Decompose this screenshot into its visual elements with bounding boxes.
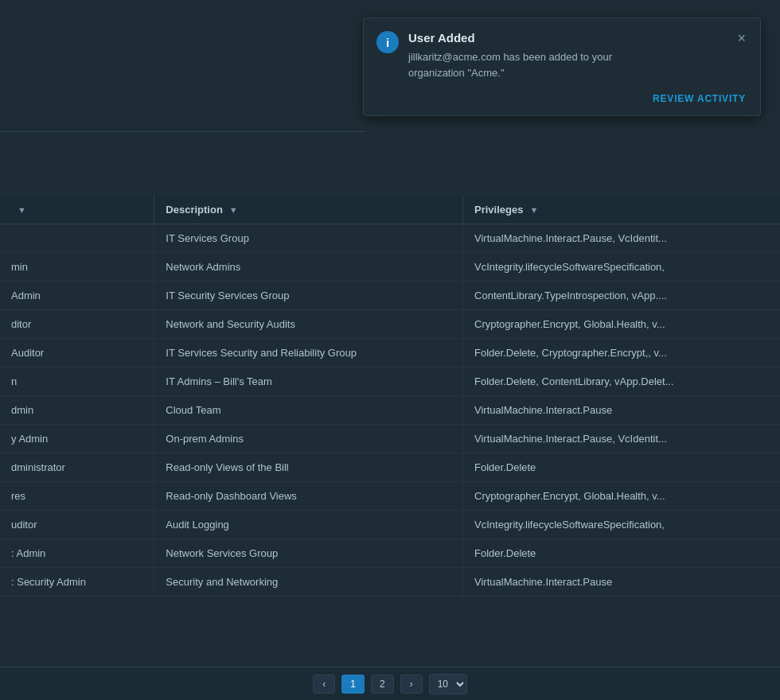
cell-privileges: VirtualMachine.Interact.Pause, VcIdentit…	[463, 425, 780, 453]
table-row[interactable]: AuditorIT Services Security and Reliabil…	[0, 339, 780, 368]
table-row[interactable]: ditorNetwork and Security AuditsCryptogr…	[0, 310, 780, 339]
roles-table: ▼ Description ▼ Privileges ▼ IT	[0, 196, 780, 597]
cell-privileges: VcIntegrity.lifecycleSoftwareSpecificati…	[463, 511, 780, 539]
table-row[interactable]: : Security AdminSecurity and NetworkingV…	[0, 568, 780, 597]
column-header-privileges[interactable]: Privileges ▼	[463, 196, 780, 224]
prev-page-button[interactable]: ‹	[313, 675, 335, 694]
cell-description: Cloud Team	[154, 396, 463, 425]
cell-description: Read-only Views of the Bill	[154, 453, 463, 482]
cell-privileges: VirtualMachine.Interact.Pause, VcIdentit…	[463, 224, 780, 253]
cell-description: IT Admins – Bill's Team	[154, 368, 463, 396]
table-row[interactable]: dministratorRead-only Views of the BillF…	[0, 453, 780, 482]
cell-description: IT Services Security and Reliability Gro…	[154, 339, 463, 368]
pagination-bar: ‹ 1 2 › 10 25 50	[0, 667, 780, 700]
cell-privileges: Folder.Delete, ContentLibrary, vApp.Dele…	[463, 368, 780, 396]
cell-privileges: VcIntegrity.lifecycleSoftwareSpecificati…	[463, 253, 780, 282]
divider	[0, 131, 366, 132]
table-row[interactable]: dminCloud TeamVirtualMachine.Interact.Pa…	[0, 396, 780, 425]
cell-name: ditor	[0, 310, 154, 339]
column-header-description[interactable]: Description ▼	[154, 196, 463, 224]
toast-content: User Added jillkaritz@acme.com has been …	[408, 31, 721, 80]
cell-description: Audit Logging	[154, 511, 463, 539]
cell-name: n	[0, 368, 154, 396]
filter-icon-name[interactable]: ▼	[18, 205, 26, 215]
cell-description: Network Services Group	[154, 539, 463, 568]
roles-table-container: ▼ Description ▼ Privileges ▼ IT	[0, 196, 780, 700]
cell-name: dministrator	[0, 453, 154, 482]
cell-name: : Security Admin	[0, 568, 154, 597]
user-added-toast: i User Added jillkaritz@acme.com has bee…	[363, 18, 761, 116]
cell-privileges: Folder.Delete, Cryptographer.Encrypt,, v…	[463, 339, 780, 368]
info-icon: i	[376, 31, 399, 53]
cell-name: Admin	[0, 282, 154, 310]
cell-name: : Admin	[0, 539, 154, 568]
cell-privileges: Folder.Delete	[463, 453, 780, 482]
table-row[interactable]: uditorAudit LoggingVcIntegrity.lifecycle…	[0, 511, 780, 539]
cell-name: Auditor	[0, 339, 154, 368]
toast-title: User Added	[408, 31, 721, 45]
page-size-select[interactable]: 10 25 50	[429, 674, 467, 694]
table-header-row: ▼ Description ▼ Privileges ▼	[0, 196, 780, 224]
cell-privileges: VirtualMachine.Interact.Pause	[463, 568, 780, 597]
column-header-name[interactable]: ▼	[0, 196, 154, 224]
toast-body: jillkaritz@acme.com has been added to yo…	[408, 49, 721, 80]
table-row[interactable]: y AdminOn-prem AdminsVirtualMachine.Inte…	[0, 425, 780, 453]
close-icon[interactable]: ×	[737, 31, 746, 45]
cell-description: On-prem Admins	[154, 425, 463, 453]
filter-icon-privileges[interactable]: ▼	[529, 205, 538, 215]
table-row[interactable]: AdminIT Security Services GroupContentLi…	[0, 282, 780, 310]
cell-description: Read-only Dashboard Views	[154, 482, 463, 511]
cell-name: uditor	[0, 511, 154, 539]
cell-description: IT Security Services Group	[154, 282, 463, 310]
table-row[interactable]: nIT Admins – Bill's TeamFolder.Delete, C…	[0, 368, 780, 396]
filter-icon-description[interactable]: ▼	[229, 205, 238, 215]
next-page-button[interactable]: ›	[400, 675, 423, 694]
cell-name: dmin	[0, 396, 154, 425]
page-2-button[interactable]: 2	[371, 675, 394, 694]
review-activity-link[interactable]: REVIEW ACTIVITY	[653, 93, 746, 104]
table-row[interactable]: IT Services GroupVirtualMachine.Interact…	[0, 224, 780, 253]
cell-description: Network Admins	[154, 253, 463, 282]
cell-description: Security and Networking	[154, 568, 463, 597]
cell-privileges: Cryptographer.Encrypt, Global.Health, v.…	[463, 482, 780, 511]
cell-privileges: VirtualMachine.Interact.Pause	[463, 396, 780, 425]
table-row[interactable]: : AdminNetwork Services GroupFolder.Dele…	[0, 539, 780, 568]
cell-privileges: Cryptographer.Encrypt, Global.Health, v.…	[463, 310, 780, 339]
cell-privileges: Folder.Delete	[463, 539, 780, 568]
cell-description: IT Services Group	[154, 224, 463, 253]
cell-description: Network and Security Audits	[154, 310, 463, 339]
cell-name: res	[0, 482, 154, 511]
cell-name	[0, 224, 154, 253]
table-row[interactable]: minNetwork AdminsVcIntegrity.lifecycleSo…	[0, 253, 780, 282]
cell-name: y Admin	[0, 425, 154, 453]
page-1-button[interactable]: 1	[341, 675, 365, 694]
table-row[interactable]: resRead-only Dashboard ViewsCryptographe…	[0, 482, 780, 511]
cell-name: min	[0, 253, 154, 282]
cell-privileges: ContentLibrary.TypeIntrospection, vApp..…	[463, 282, 780, 310]
